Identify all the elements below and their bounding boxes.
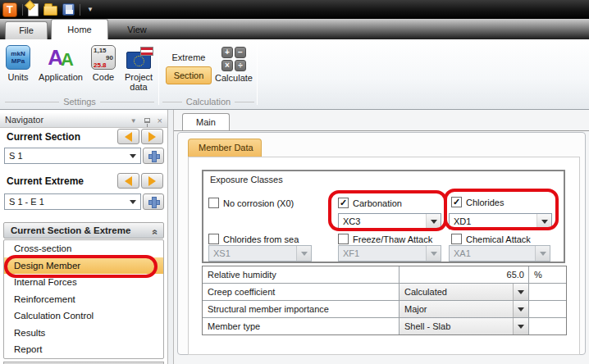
- plus-icon: [148, 151, 158, 161]
- navigator-panel: Navigator ▼ × Current Section S 1 Curren…: [0, 110, 167, 364]
- chlorides-sea-label: Chlorides from sea: [223, 234, 299, 244]
- nav-item-calculation-control[interactable]: Calculation Control: [4, 307, 163, 325]
- navigator-title: Navigator: [5, 115, 43, 125]
- prev-extreme-button[interactable]: [117, 173, 139, 189]
- arrow-left-icon: [125, 132, 132, 142]
- titlebar: T ▼: [0, 0, 589, 19]
- group-separator: [257, 43, 258, 105]
- nav-item-cross-section[interactable]: Cross-section: [4, 240, 163, 257]
- property-unit: [529, 284, 566, 300]
- next-section-button[interactable]: [141, 129, 163, 144]
- new-document-icon[interactable]: [28, 3, 39, 16]
- carbonation-checkbox[interactable]: ✓: [338, 198, 349, 208]
- pin-icon[interactable]: [144, 118, 150, 123]
- tab-home[interactable]: Home: [51, 19, 108, 39]
- application-icon: AA: [48, 43, 74, 72]
- chevron-down-icon[interactable]: [536, 214, 551, 229]
- chevron-down-icon: [535, 246, 550, 261]
- prev-section-button[interactable]: [117, 129, 139, 144]
- main-area: Main Member Data Exposure Classes ✓ No c…: [174, 110, 589, 364]
- chevron-down-icon[interactable]: [126, 148, 140, 163]
- nav-item-results[interactable]: Results: [4, 325, 163, 342]
- property-unit: [529, 301, 566, 317]
- freeze-thaw-checkbox[interactable]: ✓: [338, 234, 349, 244]
- ribbon-tabstrip: File Home View: [0, 19, 589, 39]
- chemical-attack-checkbox[interactable]: ✓: [451, 234, 462, 244]
- tab-member-data[interactable]: Member Data: [188, 139, 262, 157]
- carbonation-combo[interactable]: XC3: [338, 213, 441, 230]
- arrow-left-icon: [125, 176, 132, 186]
- member-data-panel: Member Data Exposure Classes ✓ No corros…: [177, 132, 586, 355]
- panel-menu-icon[interactable]: ▼: [130, 114, 137, 128]
- property-label: Member type: [203, 318, 399, 334]
- nav-item-report[interactable]: Report: [4, 341, 163, 358]
- chevron-down-icon[interactable]: [513, 301, 528, 317]
- chlorides-sea-combo: XS1: [208, 245, 312, 262]
- chlorides-label: Chlorides: [466, 198, 504, 207]
- nav-item-internal-forces[interactable]: Internal Forces: [4, 274, 163, 291]
- arrow-right-icon: [148, 176, 156, 186]
- panel-splitter[interactable]: [167, 110, 174, 364]
- divider: [174, 130, 589, 131]
- open-folder-icon[interactable]: [43, 6, 57, 16]
- relative-humidity-value[interactable]: 65.0: [400, 266, 528, 283]
- tab-view[interactable]: View: [113, 21, 161, 39]
- save-icon[interactable]: [62, 3, 75, 16]
- member-type-combo[interactable]: Shell - Slab: [400, 318, 528, 334]
- chlorides-checkbox[interactable]: ✓: [451, 197, 462, 207]
- project-data-icon: [126, 52, 151, 69]
- member-properties-table: Relative humidity 65.0 % Creep coefficie…: [202, 266, 567, 335]
- no-corrosion-checkbox[interactable]: ✓: [208, 198, 219, 208]
- add-section-button[interactable]: [143, 148, 164, 164]
- nav-item-design-member[interactable]: Design Member: [4, 257, 163, 275]
- section-button[interactable]: Section: [166, 66, 212, 84]
- property-label: Creep coefficient: [203, 284, 399, 300]
- close-icon[interactable]: ×: [158, 116, 162, 125]
- toolbar-overflow-icon[interactable]: ▼: [87, 6, 94, 13]
- calculate-icon: +− ×÷: [221, 47, 246, 71]
- chemical-attack-label: Chemical Attack: [466, 234, 531, 244]
- next-extreme-button[interactable]: [141, 173, 163, 189]
- chlorides-sea-checkbox[interactable]: ✓: [208, 234, 219, 244]
- property-label: Relative humidity: [203, 266, 399, 283]
- plus-icon: [148, 197, 158, 207]
- tab-main[interactable]: Main: [182, 113, 230, 130]
- navigator-list: Cross-section Design Member Internal For…: [3, 239, 164, 359]
- chevron-down-icon[interactable]: [513, 318, 528, 334]
- chlorides-combo[interactable]: XD1: [449, 213, 552, 230]
- flag-stripes-icon: [140, 47, 153, 56]
- arrow-right-icon: [148, 132, 156, 142]
- carbonation-label: Carbonation: [353, 198, 402, 208]
- freeze-thaw-label: Freeze/Thaw Attack: [353, 234, 432, 244]
- code-icon: 1,15 90 25.8: [91, 45, 116, 70]
- ribbon: mkNMPa Units AA Application 1,15 90 25.8…: [0, 39, 589, 110]
- divider: [22, 4, 23, 16]
- member-data-content: Exposure Classes ✓ No corrosion (X0) ✓ C…: [188, 157, 580, 355]
- divider: [80, 4, 80, 16]
- add-extreme-button[interactable]: [143, 193, 164, 210]
- creep-coefficient-combo[interactable]: Calculated: [400, 284, 528, 300]
- chemical-attack-combo: XA1: [449, 245, 550, 262]
- chevron-down-icon[interactable]: [426, 214, 441, 229]
- app-logo-icon: T: [2, 2, 17, 17]
- current-extreme-label: Current Extreme: [7, 175, 84, 187]
- nav-item-reinforcement[interactable]: Reinforcement: [4, 291, 163, 308]
- extreme-button[interactable]: Extreme: [166, 49, 212, 66]
- exposure-classes-group: Exposure Classes ✓ No corrosion (X0) ✓ C…: [202, 170, 565, 263]
- chevron-down-icon[interactable]: [513, 284, 528, 300]
- tab-file[interactable]: File: [5, 21, 48, 39]
- current-section-combo[interactable]: S 1: [4, 148, 141, 164]
- chevron-down-icon[interactable]: [126, 194, 140, 209]
- section-extreme-group-header[interactable]: Current Section & Extreme «: [3, 222, 164, 239]
- no-corrosion-label: No corrosion (X0): [223, 198, 294, 208]
- chevron-down-icon: [426, 246, 441, 261]
- collapse-chevron-icon[interactable]: «: [148, 230, 163, 235]
- navigator-titlebar: Navigator ▼ ×: [0, 113, 167, 128]
- current-section-label: Current Section: [7, 131, 80, 143]
- calculate-button[interactable]: +− ×÷ Calculate: [213, 45, 254, 102]
- member-importance-combo[interactable]: Major: [400, 301, 528, 317]
- group-separator: [158, 43, 159, 105]
- current-extreme-combo[interactable]: S 1 - E 1: [4, 193, 141, 210]
- property-label: Structural member importance: [203, 301, 399, 317]
- chevron-down-icon: [296, 246, 311, 261]
